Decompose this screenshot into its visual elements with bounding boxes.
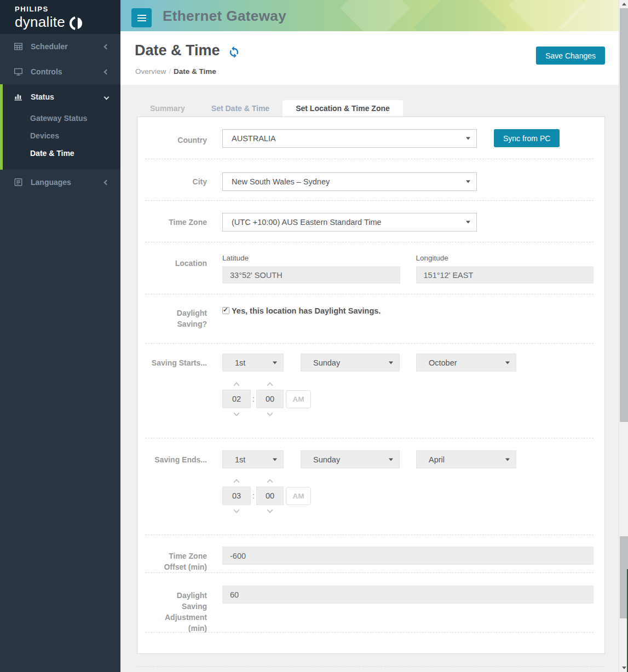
footer-divider [137,667,605,667]
minute-decrement-button[interactable] [256,505,284,517]
sidebar-item-date-time[interactable]: Date & Time [3,144,120,162]
breadcrumb-overview-link[interactable]: Overview [135,67,166,76]
saving-ends-ordinal-select[interactable]: 1st [222,450,284,468]
ordinal-value: 1st [235,358,245,367]
saving-starts-row: Saving Starts... 1st Sunday October [137,344,604,438]
sidebar-item-label: Controls [31,67,62,76]
time-colon: : [251,395,256,403]
daylight-adjustment-field[interactable] [222,586,594,604]
sidebar-item-status[interactable]: Status [3,84,120,109]
hour-decrement-button[interactable] [222,408,251,420]
app-window: PHILIPS dynalite Scheduler [0,0,628,672]
saving-ends-hour-field[interactable]: 03 [222,486,251,505]
timezone-label: Time Zone [145,201,207,242]
saving-ends-month-select[interactable]: April [416,450,516,468]
sidebar-item-scheduler[interactable]: Scheduler [0,34,120,59]
saving-ends-day-select[interactable]: Sunday [301,450,400,468]
saving-ends-label: Saving Ends... [145,438,207,535]
daylight-adjustment-row: Daylight Saving Adjustment (min) [137,573,604,633]
time-colon: : [251,491,256,500]
daylight-savings-checkbox[interactable] [222,307,229,314]
month-value: April [429,455,445,464]
hour-increment-button[interactable] [222,378,251,390]
dynalite-logo-mark [68,16,85,30]
saving-starts-month-select[interactable]: October [416,354,516,372]
header-diamond-decoration [413,0,506,31]
sidebar-item-controls[interactable]: Controls [0,59,120,84]
card-footer-spacer [137,633,604,653]
saving-starts-ordinal-select[interactable]: 1st [222,354,284,372]
main-content: Summary Set Date & Time Set Location & T… [120,85,619,672]
controls-icon [14,67,24,76]
hamburger-icon [137,18,146,19]
dropdown-arrow-icon [466,181,470,183]
timezone-offset-row: Time Zone Offset (min) [137,535,604,573]
tab-set-date-time[interactable]: Set Date & Time [198,100,283,117]
day-value: Sunday [313,358,340,367]
sidebar-item-languages[interactable]: Languages [0,170,120,195]
sidebar-item-devices[interactable]: Devices [3,127,120,144]
longitude-field[interactable] [416,267,594,283]
philips-wordmark: PHILIPS [15,5,120,13]
save-changes-button[interactable]: Save Changes [536,47,605,65]
scrollbar-thumb[interactable] [620,8,628,422]
minute-decrement-button[interactable] [256,408,284,420]
daylight-saving-row: Daylight Saving? Yes, this location has … [137,294,604,344]
hour-decrement-button[interactable] [222,505,251,517]
chevron-up-icon [233,382,239,388]
menu-toggle-button[interactable] [131,8,152,27]
page-title: Date & Time [135,42,220,59]
hour-increment-button[interactable] [222,474,251,486]
minute-increment-button[interactable] [256,474,284,486]
saving-ends-minute-field[interactable]: 00 [256,486,284,505]
latitude-field[interactable] [222,267,400,283]
country-row: Country AUSTRALIA Sync from PC [137,117,604,159]
dropdown-arrow-icon [389,458,393,461]
sidebar-item-label: Status [31,92,54,101]
brand-logo: PHILIPS dynalite [0,0,120,34]
chevron-up-icon [233,479,239,485]
saving-starts-ampm-toggle[interactable]: AM [286,390,311,408]
saving-starts-minute-field[interactable]: 00 [256,390,284,408]
saving-ends-ampm-toggle[interactable]: AM [286,487,311,505]
timezone-offset-field[interactable] [222,547,594,565]
dropdown-arrow-icon [505,361,510,364]
vertical-scrollbar[interactable] [619,0,628,672]
scroll-down-icon [622,667,626,669]
city-select-value: New South Wales – Sydney [232,177,330,186]
city-row: City New South Wales – Sydney [137,159,604,201]
languages-icon [14,178,24,187]
dropdown-arrow-icon [505,458,510,461]
latitude-label: Latitude [222,253,400,263]
dynalite-wordmark: dynalite [15,14,65,31]
sidebar-item-gateway-status[interactable]: Gateway Status [3,109,120,127]
chevron-down-icon [267,410,273,416]
timezone-select[interactable]: (UTC +10:00) AUS Eastern Standard Time [222,213,477,231]
saving-ends-time-picker: 03 : 00 AM [222,474,594,517]
sync-from-pc-button[interactable]: Sync from PC [494,129,560,147]
status-icon [14,92,24,101]
tab-set-location-time-zone[interactable]: Set Location & Time Zone [283,100,403,117]
refresh-icon[interactable] [228,45,240,58]
saving-starts-hour-field[interactable]: 02 [222,390,251,408]
tab-summary[interactable]: Summary [137,100,198,117]
minute-increment-button[interactable] [256,378,284,390]
sidebar-item-label: Scheduler [31,42,68,51]
city-select[interactable]: New South Wales – Sydney [222,172,477,191]
chevron-down-icon [233,410,239,416]
dropdown-arrow-icon [273,458,277,461]
timezone-select-value: (UTC +10:00) AUS Eastern Standard Time [232,218,382,227]
saving-starts-day-select[interactable]: Sunday [301,354,400,372]
chevron-down-icon [104,94,110,100]
country-select[interactable]: AUSTRALIA [222,129,477,148]
dropdown-arrow-icon [389,361,393,364]
city-label: City [145,159,207,201]
ordinal-value: 1st [235,455,245,464]
breadcrumb-current: Date & Time [174,67,216,76]
tab-bar: Summary Set Date & Time Set Location & T… [137,100,403,117]
location-row: Location Latitude Longitude [137,242,604,294]
scrollbar-up-button[interactable] [619,0,628,8]
sidebar-group-status: Status Gateway Status Devices Date & Tim… [0,84,120,170]
scrollbar-down-button[interactable] [619,664,628,672]
chevron-up-icon [267,382,273,388]
